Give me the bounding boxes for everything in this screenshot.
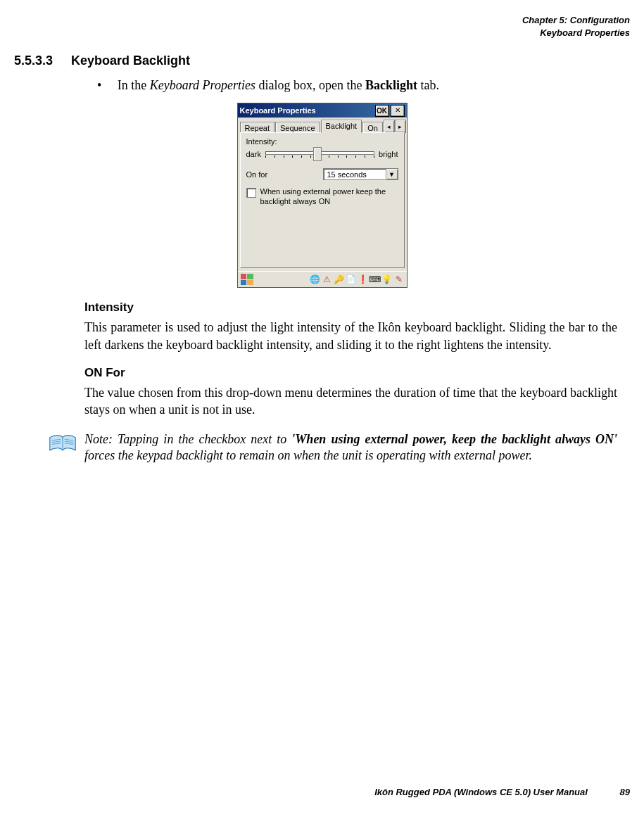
instruction-bullet: • In the Keyboard Properties dialog box,… [97,78,630,93]
network-warning-icon[interactable]: ⚠ [322,274,332,284]
external-power-check-label: When using external power keep the backl… [260,187,398,205]
globe-icon[interactable]: 🌐 [310,274,320,284]
note-bold: 'When using external power, keep the bac… [291,432,617,446]
close-button[interactable]: ✕ [391,105,405,117]
tab-scroll-left[interactable]: ◂ [384,120,395,133]
section-title: Keyboard Backlight [71,53,190,68]
running-header-line2: Keyboard Properties [14,27,630,39]
external-power-checkbox[interactable] [246,188,256,198]
ok-button[interactable]: OK [375,105,389,117]
note-text: Note: Tapping in the checkbox next to 'W… [84,431,617,464]
note-icon[interactable]: 📄 [346,274,356,284]
tab-panel: Intensity: dark bright On for 15 seconds… [240,132,405,268]
slider-thumb[interactable] [313,147,322,161]
intensity-slider-row: dark bright [246,147,398,161]
dropdown-arrow-icon[interactable]: ▼ [386,168,398,180]
on-for-value: 15 seconds [323,168,386,180]
external-power-check-row: When using external power keep the backl… [246,187,398,205]
start-button-icon[interactable] [241,274,253,285]
note-block: Note: Tapping in the checkbox next to 'W… [48,431,617,464]
tab-scroll-right[interactable]: ▸ [395,120,406,133]
intensity-slider[interactable] [265,147,374,161]
tab-strip: Repeat Sequence Backlight On ◂ ▸ [238,118,407,133]
intensity-body: This parameter is used to adjust the lig… [84,319,617,353]
bullet-text-pre: In the [118,78,150,92]
note-tail: forces the keypad backlight to remain on… [84,448,532,462]
section-heading: 5.5.3.3Keyboard Backlight [14,53,630,68]
system-tray: 🌐 ⚠ 🔑 📄 ❗ ⌨ 💡 ✎ [310,274,404,284]
running-header: Chapter 5: Configuration Keyboard Proper… [14,14,630,39]
on-for-dropdown[interactable]: 15 seconds ▼ [323,168,398,180]
bullet-text-mid: dialog box, open the [255,78,365,92]
bullet-text-post: tab. [417,78,439,92]
dialog-titlebar: Keyboard Properties OK ✕ [238,103,407,118]
page-number: 89 [620,787,630,797]
intensity-subheading: Intensity [84,300,630,315]
close-icon: ✕ [395,107,400,114]
bullet-text-bold: Backlight [365,78,417,92]
footer-text: Ikôn Rugged PDA (Windows CE 5.0) User Ma… [374,787,588,797]
page-footer: Ikôn Rugged PDA (Windows CE 5.0) User Ma… [374,787,630,797]
dialog-title: Keyboard Properties [240,106,374,115]
bullet-text-em: Keyboard Properties [150,78,255,92]
onfor-subheading: ON For [84,366,630,380]
section-number: 5.5.3.3 [14,53,53,68]
alert-icon[interactable]: ❗ [358,274,368,284]
pen-icon[interactable]: ✎ [394,274,404,284]
intensity-label: Intensity: [246,137,398,146]
taskbar: 🌐 ⚠ 🔑 📄 ❗ ⌨ 💡 ✎ [238,271,407,287]
slider-min-label: dark [246,150,261,158]
running-header-line1: Chapter 5: Configuration [14,14,630,27]
note-lead: Note: Tapping in the checkbox next to [84,432,291,446]
keyboard-icon[interactable]: ⌨ [370,274,380,284]
on-for-label: On for [246,170,268,179]
keyboard-properties-dialog: Keyboard Properties OK ✕ Repeat Sequence… [237,103,408,288]
book-icon [48,433,77,457]
onfor-body: The value chosen from this drop-down men… [84,384,617,419]
key-icon[interactable]: 🔑 [334,274,344,284]
tab-backlight[interactable]: Backlight [321,120,362,133]
slider-max-label: bright [379,150,398,158]
on-for-row: On for 15 seconds ▼ [246,168,398,180]
bullet-marker: • [97,78,101,92]
light-icon[interactable]: 💡 [382,274,392,284]
